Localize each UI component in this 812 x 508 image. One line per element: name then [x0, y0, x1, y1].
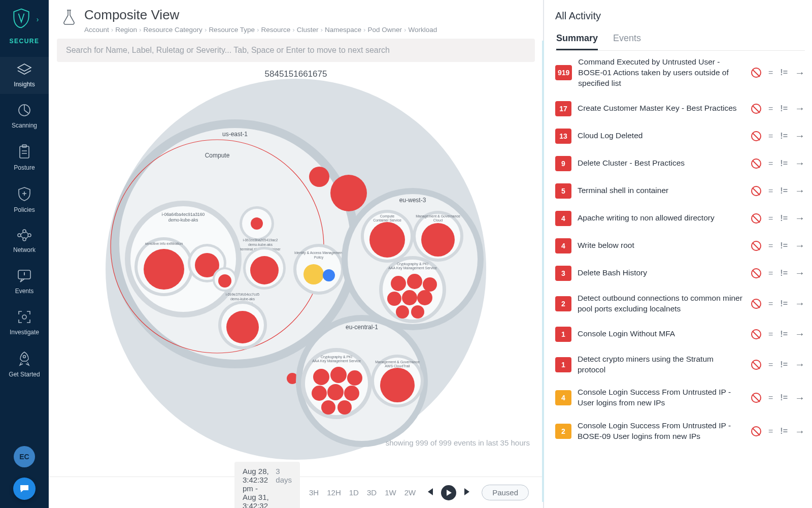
crumb[interactable]: Namespace	[325, 26, 361, 34]
activity-row[interactable]: 2Console Login Success From Untrusted IP…	[555, 415, 805, 448]
forbid-icon[interactable]	[751, 104, 761, 114]
forbid-icon[interactable]	[751, 393, 761, 403]
activity-row[interactable]: 1Console Login Without MFA=!=→	[555, 321, 805, 348]
activity-row[interactable]: 1Detect crypto miners using the Stratum …	[555, 348, 805, 382]
not-equals-filter-icon[interactable]: !=	[780, 104, 788, 113]
not-equals-filter-icon[interactable]: !=	[780, 132, 788, 141]
equals-filter-icon[interactable]: =	[768, 186, 773, 196]
activity-row[interactable]: 4Console Login Success From Untrusted IP…	[555, 381, 805, 415]
equals-filter-icon[interactable]: =	[768, 269, 773, 278]
forbid-icon[interactable]	[751, 241, 761, 251]
forbid-icon[interactable]	[751, 158, 761, 169]
arrow-right-icon[interactable]: →	[795, 212, 805, 224]
equals-filter-icon[interactable]: =	[768, 427, 773, 436]
crumb[interactable]: Pod Owner	[368, 26, 402, 34]
nav-get-started[interactable]: Get Started	[0, 345, 49, 384]
forbid-icon[interactable]	[751, 329, 761, 339]
equals-filter-icon[interactable]: =	[768, 241, 773, 250]
forbid-icon[interactable]	[751, 186, 761, 196]
forbid-icon[interactable]	[751, 299, 761, 309]
not-equals-filter-icon[interactable]: !=	[780, 159, 788, 168]
activity-row[interactable]: 13Cloud Log Deleted=!=→	[555, 122, 805, 150]
tab-events[interactable]: Events	[613, 33, 641, 50]
forbid-icon[interactable]	[751, 68, 761, 78]
time-preset[interactable]: 12H	[327, 488, 341, 497]
activity-row[interactable]: 4Write below root=!=→	[555, 232, 805, 260]
not-equals-filter-icon[interactable]: !=	[780, 68, 788, 77]
nav-scanning[interactable]: Scanning	[0, 97, 49, 135]
equals-filter-icon[interactable]: =	[768, 68, 773, 77]
forbid-icon[interactable]	[751, 360, 761, 370]
nav-posture[interactable]: Posture	[0, 138, 49, 177]
not-equals-filter-icon[interactable]: !=	[780, 186, 788, 196]
nav-policies[interactable]: Policies	[0, 180, 49, 219]
tab-summary[interactable]: Summary	[556, 33, 598, 50]
activity-row[interactable]: 2Detect outbound connections to common m…	[555, 287, 805, 321]
not-equals-filter-icon[interactable]: !=	[780, 330, 788, 339]
not-equals-filter-icon[interactable]: !=	[780, 214, 788, 223]
crumb[interactable]: Account	[84, 26, 109, 34]
not-equals-filter-icon[interactable]: !=	[780, 299, 788, 308]
chevron-right-icon: ›	[404, 26, 407, 34]
equals-filter-icon[interactable]: =	[768, 393, 773, 402]
playback-status[interactable]: Paused	[482, 485, 529, 500]
support-chat-button[interactable]	[13, 478, 36, 500]
equals-filter-icon[interactable]: =	[768, 132, 773, 141]
nav-insights[interactable]: Insights	[0, 57, 49, 94]
crumb[interactable]: Resource	[261, 26, 290, 34]
arrow-right-icon[interactable]: →	[795, 103, 805, 114]
equals-filter-icon[interactable]: =	[768, 360, 773, 369]
equals-filter-icon[interactable]: =	[768, 330, 773, 339]
forbid-icon[interactable]	[751, 213, 761, 224]
activity-row[interactable]: 9Delete Cluster - Best Practices=!=→	[555, 150, 805, 177]
skip-forward-icon[interactable]	[463, 487, 472, 498]
arrow-right-icon[interactable]: →	[795, 67, 805, 79]
activity-row[interactable]: 5Terminal shell in container=!=→	[555, 177, 805, 205]
not-equals-filter-icon[interactable]: !=	[780, 427, 788, 436]
brand-logo[interactable]: ›	[10, 7, 39, 31]
arrow-right-icon[interactable]: →	[795, 359, 805, 370]
activity-row[interactable]: 919Command Executed by Untrusted User - …	[555, 51, 805, 95]
skip-back-icon[interactable]	[425, 487, 434, 498]
equals-filter-icon[interactable]: =	[768, 159, 773, 168]
activity-row[interactable]: 4Apache writing to non allowed directory…	[555, 205, 805, 232]
nav-investigate[interactable]: Investigate	[0, 304, 49, 342]
arrow-right-icon[interactable]: →	[795, 157, 805, 169]
time-preset[interactable]: 3D	[367, 488, 377, 497]
crumb[interactable]: Resource Category	[144, 26, 202, 34]
crumb[interactable]: Resource Type	[209, 26, 255, 34]
not-equals-filter-icon[interactable]: !=	[780, 269, 788, 278]
play-button[interactable]	[441, 485, 456, 500]
time-preset[interactable]: 2W	[404, 488, 416, 497]
forbid-icon[interactable]	[751, 426, 761, 436]
arrow-right-icon[interactable]: →	[795, 426, 805, 437]
not-equals-filter-icon[interactable]: !=	[780, 360, 788, 369]
crumb[interactable]: Workload	[409, 26, 437, 34]
time-preset[interactable]: 1D	[349, 488, 359, 497]
arrow-right-icon[interactable]: →	[795, 240, 805, 251]
arrow-right-icon[interactable]: →	[795, 392, 805, 404]
arrow-right-icon[interactable]: →	[795, 298, 805, 309]
arrow-right-icon[interactable]: →	[795, 328, 805, 340]
not-equals-filter-icon[interactable]: !=	[780, 241, 788, 250]
time-preset[interactable]: 1W	[385, 488, 396, 497]
not-equals-filter-icon[interactable]: !=	[780, 393, 788, 402]
nav-events[interactable]: Events	[0, 263, 49, 301]
time-preset[interactable]: 3H	[309, 488, 319, 497]
arrow-right-icon[interactable]: →	[795, 185, 805, 197]
arrow-right-icon[interactable]: →	[795, 267, 805, 279]
equals-filter-icon[interactable]: =	[768, 214, 773, 223]
crumb[interactable]: Cluster	[297, 26, 319, 34]
equals-filter-icon[interactable]: =	[768, 104, 773, 113]
forbid-icon[interactable]	[751, 131, 761, 141]
crumb[interactable]: Region	[115, 26, 137, 34]
search-input[interactable]	[57, 39, 535, 62]
arrow-right-icon[interactable]: →	[795, 130, 805, 142]
nav-network[interactable]: Network	[0, 223, 49, 260]
forbid-icon[interactable]	[751, 268, 761, 278]
equals-filter-icon[interactable]: =	[768, 299, 773, 308]
bubble-map[interactable]: 5845151661675 us-east-1 Compute i-06a64b…	[49, 66, 543, 477]
activity-row[interactable]: 3Delete Bash History=!=→	[555, 260, 805, 287]
activity-row[interactable]: 17Create Customer Master Key - Best Prac…	[555, 95, 805, 122]
user-avatar[interactable]: EC	[14, 446, 35, 467]
